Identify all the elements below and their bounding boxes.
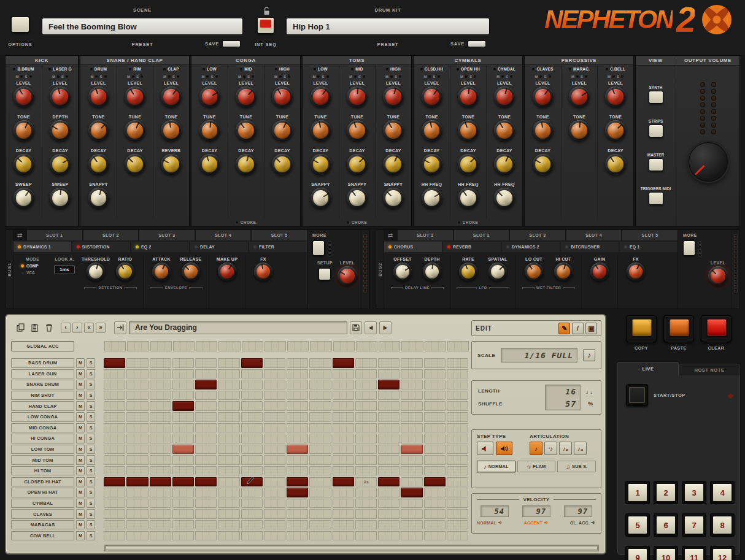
bus2-more-button[interactable] xyxy=(683,240,695,256)
step-cell-14[interactable] xyxy=(401,380,422,389)
mute-button[interactable]: M xyxy=(52,75,55,79)
track-mute-button[interactable]: M xyxy=(76,499,85,508)
bus2-fx-tab-bitcrusher[interactable]: BITCRUSHER xyxy=(561,242,619,252)
step-cell-13[interactable] xyxy=(378,434,400,443)
step-cell-6[interactable] xyxy=(218,434,239,443)
step-cell-1[interactable] xyxy=(104,369,125,379)
step-cell-1[interactable] xyxy=(104,531,125,541)
low-tune-knob[interactable] xyxy=(311,120,331,141)
step-cell-7[interactable] xyxy=(241,531,263,541)
grid-scrollbar[interactable] xyxy=(104,545,599,551)
articulation-flam-button[interactable]: ♪♪ xyxy=(544,442,557,455)
laser-g-level-knob[interactable] xyxy=(50,86,71,107)
step-cell-14[interactable] xyxy=(401,488,422,497)
kit-save-button[interactable] xyxy=(468,40,486,47)
step-cell-2[interactable] xyxy=(126,488,148,497)
step-cell-9[interactable] xyxy=(287,391,308,401)
step-cell-3[interactable] xyxy=(150,488,171,497)
bus2-fx-knob[interactable] xyxy=(627,263,645,281)
solo-button[interactable]: S xyxy=(544,75,546,79)
bus2-fx-tab-eq-1[interactable]: EQ 1 xyxy=(620,242,677,252)
track-solo-button[interactable]: S xyxy=(87,509,95,519)
drum-snappy-knob[interactable] xyxy=(88,188,109,209)
c-bell-level-knob[interactable] xyxy=(605,86,626,107)
solo-button[interactable]: S xyxy=(395,75,397,79)
step-cell-11[interactable] xyxy=(333,401,354,411)
track-mute-button[interactable]: M xyxy=(76,477,85,487)
step-cell-7[interactable] xyxy=(241,499,263,508)
step-cell-12[interactable] xyxy=(355,455,377,465)
c-bell-tone-knob[interactable] xyxy=(605,120,626,141)
step-cell-4[interactable] xyxy=(172,380,194,389)
track-mute-button[interactable]: M xyxy=(76,466,85,476)
step-cell-12[interactable] xyxy=(355,445,377,455)
step-cell-16[interactable] xyxy=(447,531,468,541)
step-cell-10[interactable] xyxy=(309,499,331,508)
look-ahead-value[interactable]: 1ms xyxy=(54,265,75,274)
step-cell-13[interactable] xyxy=(378,391,400,401)
bus2-rate-knob[interactable] xyxy=(459,263,477,281)
step-cell-10[interactable] xyxy=(309,401,331,411)
track-solo-button[interactable]: S xyxy=(87,488,95,497)
track-mute-button[interactable]: M xyxy=(76,531,85,541)
rim-tune-knob[interactable] xyxy=(125,120,145,141)
step-cell-13[interactable] xyxy=(378,531,400,541)
step-cell-12[interactable] xyxy=(355,358,377,368)
step-cell-12[interactable] xyxy=(355,499,377,508)
step-cell-3[interactable] xyxy=(150,499,171,508)
step-cell-12[interactable] xyxy=(355,466,377,476)
clsd-hh-level-knob[interactable] xyxy=(422,86,442,107)
step-cell-8[interactable] xyxy=(264,434,285,443)
step-cell-1[interactable] xyxy=(104,445,125,455)
step-cell-6[interactable] xyxy=(218,520,239,530)
step-cell-11[interactable] xyxy=(333,423,354,433)
track-mute-button[interactable]: M xyxy=(76,509,85,519)
step-cell-5[interactable] xyxy=(195,531,217,541)
velocity-display-accent[interactable]: 97 xyxy=(522,505,550,517)
pattern-key-2[interactable]: 2 xyxy=(654,481,678,504)
c-bell-decay-knob[interactable] xyxy=(605,154,626,175)
track-mute-button[interactable]: M xyxy=(76,391,85,401)
step-cell-14[interactable] xyxy=(401,434,422,443)
track-solo-button[interactable]: S xyxy=(87,369,95,379)
pattern-key-7[interactable]: 7 xyxy=(682,513,706,537)
step-cell-15[interactable] xyxy=(424,412,446,422)
step-cell-16[interactable] xyxy=(447,455,468,465)
step-cell-5[interactable] xyxy=(195,380,217,389)
step-cell-3[interactable] xyxy=(150,445,171,455)
bus1-slot-tab-2[interactable]: SLOT 2 xyxy=(83,230,139,240)
solo-button[interactable]: S xyxy=(99,75,102,79)
step-cell-2[interactable] xyxy=(126,423,148,433)
step-cell-1[interactable] xyxy=(104,391,125,401)
step-cell-15[interactable] xyxy=(424,477,446,487)
clap-level-knob[interactable] xyxy=(161,86,182,107)
mid-decay-knob[interactable] xyxy=(347,154,368,175)
step-cell-1[interactable] xyxy=(104,423,125,433)
step-cell-8[interactable] xyxy=(264,455,285,465)
view-master-button[interactable] xyxy=(649,158,663,171)
step-cell-6[interactable] xyxy=(218,466,239,476)
low-snappy-knob[interactable] xyxy=(311,188,331,209)
step-cell-15[interactable] xyxy=(424,434,446,443)
global-accent-step-11[interactable] xyxy=(333,341,355,351)
step-cell-13[interactable] xyxy=(378,488,400,497)
step-cell-4[interactable] xyxy=(172,499,194,508)
low-decay-knob[interactable] xyxy=(199,154,220,175)
step-cell-10[interactable] xyxy=(309,423,331,433)
step-cell-6[interactable] xyxy=(218,358,239,368)
step-cell-7[interactable] xyxy=(241,477,263,487)
global-accent-step-14[interactable] xyxy=(401,341,423,351)
step-cell-14[interactable] xyxy=(401,499,422,508)
step-cell-12[interactable] xyxy=(355,488,377,497)
high-snappy-knob[interactable] xyxy=(383,188,404,209)
step-cell-3[interactable] xyxy=(150,455,171,465)
track-solo-button[interactable]: S xyxy=(87,466,95,476)
step-cell-9[interactable] xyxy=(287,434,308,443)
step-cell-5[interactable] xyxy=(195,412,217,422)
mute-button[interactable]: M xyxy=(496,75,500,79)
global-accent-step-4[interactable] xyxy=(173,341,195,351)
mid-decay-knob[interactable] xyxy=(236,154,257,175)
articulation-triplet-button[interactable]: ♪₃ xyxy=(574,442,587,455)
step-cell-4[interactable] xyxy=(172,401,194,411)
pattern-key-1[interactable]: 1 xyxy=(625,481,650,504)
